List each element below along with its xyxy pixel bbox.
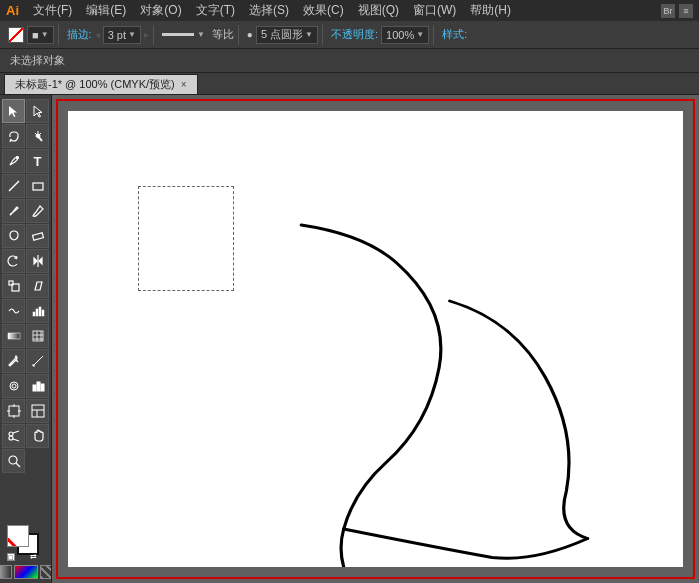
- color-swatches: ⇄ □: [2, 521, 49, 579]
- document-tab[interactable]: 未标题-1* @ 100% (CMYK/预览) ×: [4, 74, 198, 94]
- menu-text[interactable]: 文字(T): [190, 2, 241, 19]
- main-toolbar: ■▼ 描边: ◂ 3 pt▼ ▸ ▼ 等比 ● 5 点圆形▼ 不透明度: 100…: [0, 21, 699, 49]
- eyedropper-tool[interactable]: [2, 349, 25, 373]
- tool-row-1: [2, 99, 49, 123]
- tool-row-12: [2, 374, 49, 398]
- rotate-tool[interactable]: [2, 249, 25, 273]
- tool-row-5: [2, 199, 49, 223]
- tool-row-14: [2, 424, 49, 448]
- bridge-button[interactable]: Br: [661, 4, 675, 18]
- zoom-tool[interactable]: [2, 449, 25, 473]
- svg-rect-18: [8, 333, 20, 339]
- no-selection-text: 未选择对象: [4, 53, 71, 68]
- type-icon: T: [34, 154, 42, 169]
- measure-tool[interactable]: [26, 349, 49, 373]
- artboard-tool[interactable]: [2, 399, 25, 423]
- style-label: 样式:: [442, 27, 467, 42]
- menu-select[interactable]: 选择(S): [243, 2, 295, 19]
- default-colors-icon[interactable]: □: [7, 553, 15, 561]
- brush-tool[interactable]: [26, 199, 49, 223]
- fill-color-box[interactable]: [7, 525, 29, 547]
- fill-stroke-pair: ⇄ □: [7, 525, 45, 561]
- workspace-button[interactable]: ≡: [679, 4, 693, 18]
- rectangle-tool[interactable]: [26, 174, 49, 198]
- svg-rect-33: [9, 406, 19, 416]
- slice-tool[interactable]: [26, 399, 49, 423]
- pencil-tool[interactable]: [2, 199, 25, 223]
- tool-row-13: [2, 399, 49, 423]
- reflect-tool[interactable]: [26, 249, 49, 273]
- pen-tool[interactable]: [2, 149, 25, 173]
- color-mode-fill[interactable]: [0, 565, 12, 579]
- drawing-canvas[interactable]: [68, 111, 683, 567]
- svg-line-13: [12, 284, 13, 285]
- symbol-tool[interactable]: [2, 374, 25, 398]
- mesh-tool[interactable]: [26, 324, 49, 348]
- tab-close-button[interactable]: ×: [181, 79, 187, 90]
- scale-tool[interactable]: [2, 274, 25, 298]
- stroke-right-arrow[interactable]: ▸: [144, 29, 149, 40]
- no-selection-section: ■▼: [4, 25, 59, 45]
- point-dropdown[interactable]: 5 点圆形▼: [256, 26, 318, 44]
- svg-point-41: [9, 432, 13, 436]
- blob-brush-tool[interactable]: [2, 224, 25, 248]
- svg-rect-38: [32, 405, 44, 417]
- opacity-input[interactable]: 100%▼: [381, 26, 429, 44]
- ratio-label: 等比: [212, 27, 234, 42]
- svg-rect-9: [32, 233, 43, 240]
- line-tool[interactable]: [2, 174, 25, 198]
- artboard[interactable]: [68, 111, 683, 567]
- svg-line-6: [9, 181, 19, 191]
- tool-row-4: [2, 174, 49, 198]
- menu-effect[interactable]: 效果(C): [297, 2, 350, 19]
- app-logo: Ai: [6, 3, 19, 18]
- selection-tool[interactable]: [2, 99, 25, 123]
- line-dropdown-arrow[interactable]: ▼: [197, 30, 205, 39]
- warp-tool[interactable]: [2, 299, 25, 323]
- svg-point-45: [9, 456, 17, 464]
- toolbox: T: [0, 95, 52, 583]
- tool-row-8: [2, 274, 49, 298]
- line-preview: [162, 33, 194, 36]
- eraser-tool[interactable]: [26, 224, 49, 248]
- stroke-left-arrow[interactable]: ◂: [95, 29, 100, 40]
- menu-bar: 文件(F) 编辑(E) 对象(O) 文字(T) 选择(S) 效果(C) 视图(Q…: [27, 2, 517, 19]
- empty-tool: [26, 449, 49, 473]
- tool-row-9: [2, 299, 49, 323]
- stroke-color-swatch[interactable]: [8, 27, 24, 43]
- color-mode-gradient[interactable]: [14, 565, 38, 579]
- menu-help[interactable]: 帮助(H): [464, 2, 517, 19]
- menu-file[interactable]: 文件(F): [27, 2, 78, 19]
- svg-point-42: [9, 436, 13, 440]
- shear-tool[interactable]: [26, 274, 49, 298]
- lasso-tool[interactable]: [2, 124, 25, 148]
- column-graph-tool[interactable]: [26, 374, 49, 398]
- menu-window[interactable]: 窗口(W): [407, 2, 462, 19]
- gradient-tool[interactable]: [2, 324, 25, 348]
- scissors-tool[interactable]: [2, 424, 25, 448]
- svg-line-25: [33, 356, 43, 366]
- style-section: 样式:: [438, 25, 471, 45]
- tool-row-3: T: [2, 149, 49, 173]
- menu-object[interactable]: 对象(O): [134, 2, 187, 19]
- graph-tool[interactable]: [26, 299, 49, 323]
- color-mode-none[interactable]: [40, 565, 53, 579]
- swap-colors-icon[interactable]: ⇄: [30, 552, 37, 561]
- menu-view[interactable]: 视图(Q): [352, 2, 405, 19]
- stroke-value-input[interactable]: 3 pt▼: [103, 26, 141, 44]
- svg-rect-17: [42, 310, 44, 316]
- stroke-section: 描边: ◂ 3 pt▼ ▸: [63, 25, 154, 45]
- stroke-shape-dropdown[interactable]: ■▼: [27, 26, 54, 44]
- direct-selection-tool[interactable]: [26, 99, 49, 123]
- tool-row-10: [2, 324, 49, 348]
- magic-wand-tool[interactable]: [26, 124, 49, 148]
- opacity-section: 不透明度: 100%▼: [327, 25, 434, 45]
- opacity-label: 不透明度:: [331, 27, 378, 42]
- hand-tool[interactable]: [26, 424, 49, 448]
- dot-icon: ●: [247, 29, 253, 40]
- svg-line-43: [13, 431, 19, 433]
- menu-edit[interactable]: 编辑(E): [80, 2, 132, 19]
- tool-row-7: [2, 249, 49, 273]
- type-tool[interactable]: T: [26, 149, 49, 173]
- canvas-area[interactable]: [52, 95, 699, 583]
